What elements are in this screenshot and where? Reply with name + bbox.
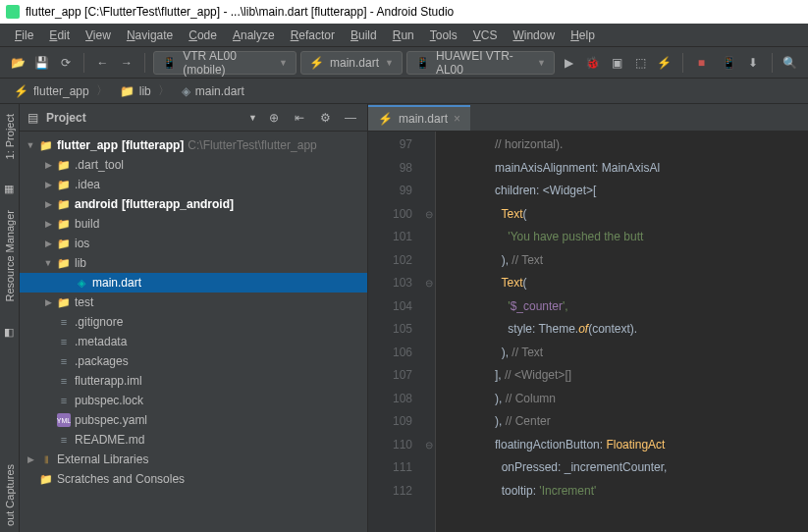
breadcrumb[interactable]: 📁lib〉	[114, 82, 176, 99]
panel-title: Project	[46, 111, 241, 125]
left-tool-tabs: 1: Project ▦ Resource Manager ◧ out Capt…	[0, 104, 20, 532]
menu-analyze[interactable]: Analyze	[226, 27, 282, 44]
breadcrumb[interactable]: ⚡flutter_app〉	[8, 82, 114, 99]
coverage-icon[interactable]: ⬚	[630, 52, 650, 74]
tree-item[interactable]: ≡pubspec.lock	[20, 391, 367, 410]
avd-icon[interactable]: 📱	[720, 52, 739, 74]
menu-view[interactable]: View	[79, 27, 118, 44]
menu-file[interactable]: File	[8, 27, 40, 44]
menu-help[interactable]: Help	[564, 27, 602, 44]
menu-edit[interactable]: Edit	[42, 27, 77, 44]
menu-refactor[interactable]: Refactor	[284, 27, 342, 44]
tree-item[interactable]: ▼📁lib	[20, 253, 367, 273]
menu-build[interactable]: Build	[344, 27, 384, 44]
tree-item[interactable]: YMLpubspec.yaml	[20, 410, 367, 430]
line-gutter: 9798991001011021031041051061071081091101…	[368, 132, 422, 532]
tree-item[interactable]: ▶📁test	[20, 293, 367, 312]
sdk-icon[interactable]: ⬇	[743, 52, 763, 74]
tree-item[interactable]: ≡flutterapp.iml	[20, 371, 367, 391]
target-selector[interactable]: 📱 HUAWEI VTR-AL00 ▼	[406, 51, 555, 75]
breadcrumb-bar: ⚡flutter_app〉📁lib〉◈main.dart	[0, 79, 808, 104]
tree-item[interactable]: ▼📁flutter_app [flutterapp] C:\FlutterTes…	[20, 135, 367, 155]
run-icon[interactable]: ▶	[559, 52, 578, 74]
tree-item[interactable]: ≡.packages	[20, 351, 367, 371]
project-tree: ▼📁flutter_app [flutterapp] C:\FlutterTes…	[20, 132, 367, 532]
close-icon[interactable]: ×	[454, 112, 460, 126]
tree-item[interactable]: ▶⫴External Libraries	[20, 450, 367, 469]
refresh-icon[interactable]: ⟳	[56, 52, 76, 74]
tree-item[interactable]: ▶📁.idea	[20, 175, 367, 194]
code-lines[interactable]: // horizontal).mainAxisAlignment: MainAx…	[436, 132, 808, 532]
back-icon[interactable]: ←	[92, 52, 112, 74]
tree-item[interactable]: ≡.gitignore	[20, 312, 367, 332]
main-toolbar: 📂 💾 ⟳ ← → 📱 VTR AL00 (mobile) ▼ ⚡ main.d…	[0, 47, 808, 79]
android-studio-icon	[6, 5, 20, 19]
gear-icon[interactable]: ⚙	[316, 109, 334, 127]
tree-item[interactable]: ▶📁.dart_tool	[20, 155, 367, 175]
collapse-icon[interactable]: ⇤	[291, 109, 308, 127]
project-tab[interactable]: 1: Project	[2, 108, 18, 165]
project-icon: ▤	[27, 111, 38, 125]
tree-item[interactable]: ≡README.md	[20, 430, 367, 450]
menu-vcs[interactable]: VCS	[466, 27, 505, 44]
resource-icon[interactable]: ◧	[2, 320, 18, 336]
device-selector[interactable]: 📱 VTR AL00 (mobile) ▼	[153, 51, 296, 75]
tree-item[interactable]: 📁Scratches and Consoles	[20, 469, 367, 489]
sidebar-header: ▤ Project ▼ ⊕ ⇤ ⚙ —	[20, 104, 367, 132]
flutter-icon: ⚡	[378, 112, 393, 126]
minimize-icon[interactable]: —	[342, 109, 359, 127]
chevron-down-icon: ▼	[279, 58, 288, 68]
forward-icon[interactable]: →	[117, 52, 136, 74]
phone-icon: 📱	[415, 56, 430, 70]
titlebar: flutter_app [C:\FlutterTest\flutter_app]…	[0, 0, 808, 24]
tab-main-dart[interactable]: ⚡ main.dart ×	[368, 105, 470, 131]
menu-run[interactable]: Run	[386, 27, 421, 44]
menu-navigate[interactable]: Navigate	[120, 27, 180, 44]
debug-icon[interactable]: 🐞	[582, 52, 602, 74]
fold-gutter: ⊖⊖⊖	[422, 132, 436, 532]
tree-item[interactable]: ◈main.dart	[20, 273, 367, 293]
menu-tools[interactable]: Tools	[423, 27, 464, 44]
window-title: flutter_app [C:\FlutterTest\flutter_app]…	[26, 5, 454, 19]
editor-area: ⚡ main.dart × 97989910010110210310410510…	[368, 104, 808, 532]
breadcrumb[interactable]: ◈main.dart	[176, 84, 250, 98]
target-icon[interactable]: ⊕	[265, 109, 283, 127]
save-icon[interactable]: 💾	[31, 52, 51, 74]
chevron-down-icon: ▼	[385, 58, 394, 68]
tree-item[interactable]: ≡.metadata	[20, 332, 367, 351]
profile-icon[interactable]: ▣	[607, 52, 626, 74]
project-tab-icon[interactable]: ▦	[2, 177, 18, 192]
code-editor[interactable]: 9798991001011021031041051061071081091101…	[368, 132, 808, 532]
captures-tab[interactable]: out Captures	[2, 458, 18, 532]
project-sidebar: ▤ Project ▼ ⊕ ⇤ ⚙ — ▼📁flutter_app [flutt…	[20, 104, 368, 532]
chevron-down-icon[interactable]: ▼	[248, 113, 257, 123]
run-config-selector[interactable]: ⚡ main.dart ▼	[300, 51, 403, 75]
menubar: FileEditViewNavigateCodeAnalyzeRefactorB…	[0, 24, 808, 47]
phone-icon: 📱	[162, 56, 177, 70]
resource-manager-tab[interactable]: Resource Manager	[2, 204, 18, 308]
chevron-down-icon: ▼	[537, 58, 546, 68]
tree-item[interactable]: ▶📁build	[20, 214, 367, 234]
tree-item[interactable]: ▶📁ios	[20, 234, 367, 253]
open-icon[interactable]: 📂	[8, 52, 27, 74]
stop-icon[interactable]: ■	[691, 52, 711, 74]
search-icon[interactable]: 🔍	[781, 52, 800, 74]
editor-tabs: ⚡ main.dart ×	[368, 104, 808, 132]
menu-code[interactable]: Code	[182, 27, 224, 44]
tree-item[interactable]: ▶📁android [flutterapp_android]	[20, 194, 367, 214]
hot-reload-icon[interactable]: ⚡	[655, 52, 674, 74]
menu-window[interactable]: Window	[506, 27, 562, 44]
flutter-icon: ⚡	[309, 56, 324, 70]
